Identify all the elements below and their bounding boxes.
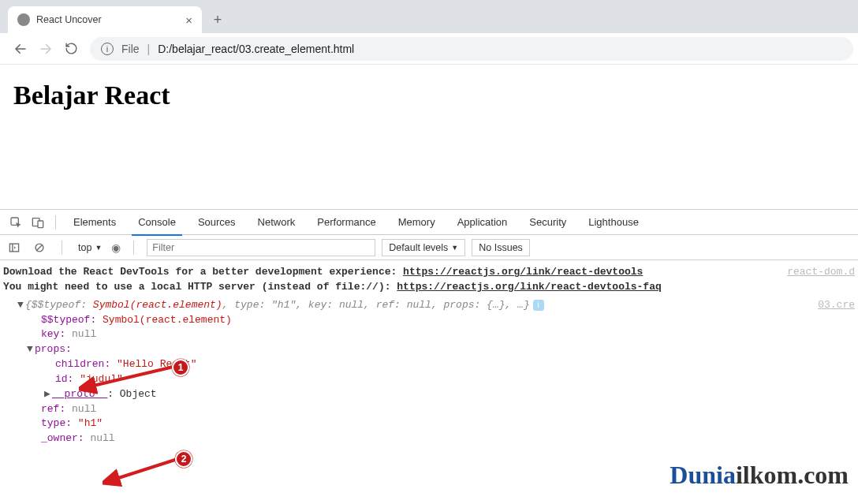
tab-console[interactable]: Console bbox=[127, 210, 187, 235]
chevron-down-icon[interactable]: ▼ bbox=[27, 342, 35, 357]
tab-performance[interactable]: Performance bbox=[306, 210, 386, 235]
annotation-arrow bbox=[79, 355, 181, 394]
object-row[interactable]: ▼{$$typeof: Symbol(react.element), type:… bbox=[3, 298, 855, 313]
tab-title: React Uncover bbox=[36, 14, 179, 25]
svg-line-10 bbox=[90, 367, 173, 386]
browser-tab-strip: React Uncover × + bbox=[0, 0, 858, 33]
console-row[interactable]: Download the React DevTools for a better… bbox=[3, 265, 855, 280]
tab-lighthouse[interactable]: Lighthouse bbox=[577, 210, 650, 235]
info-badge-icon[interactable]: i bbox=[533, 300, 544, 311]
context-selector[interactable]: top▼ bbox=[75, 242, 105, 253]
svg-line-12 bbox=[114, 459, 177, 480]
forward-button[interactable] bbox=[35, 38, 57, 60]
close-tab-icon[interactable]: × bbox=[185, 14, 192, 26]
clear-console-icon[interactable] bbox=[30, 238, 49, 257]
chevron-down-icon[interactable]: ▼ bbox=[17, 298, 25, 313]
devtools-panel: Elements Console Sources Network Perform… bbox=[0, 209, 858, 450]
browser-toolbar: i File | D:/belajar_react/03.create_elem… bbox=[0, 33, 858, 65]
object-property-type[interactable]: type: "h1" bbox=[3, 416, 855, 431]
tab-security[interactable]: Security bbox=[518, 210, 577, 235]
page-heading: Belajar React bbox=[13, 80, 845, 110]
url-path: D:/belajar_react/03.create_element.html bbox=[158, 43, 354, 55]
annotation-badge-2: 2 bbox=[175, 450, 192, 468]
no-issues-button[interactable]: No Issues bbox=[472, 239, 530, 256]
tab-network[interactable]: Network bbox=[247, 210, 307, 235]
url-scheme-label: File bbox=[121, 43, 140, 55]
object-property[interactable]: _owner: null bbox=[3, 431, 855, 446]
message-source[interactable]: 03.cre bbox=[818, 298, 855, 313]
object-property[interactable]: ref: null bbox=[3, 402, 855, 417]
console-filter-input[interactable] bbox=[147, 239, 375, 256]
browser-tab[interactable]: React Uncover × bbox=[8, 6, 202, 33]
react-devtools-link[interactable]: https://reactjs.org/link/react-devtools bbox=[403, 266, 643, 278]
page-content: Belajar React bbox=[0, 65, 858, 209]
tab-memory[interactable]: Memory bbox=[387, 210, 446, 235]
devtools-tabbar: Elements Console Sources Network Perform… bbox=[0, 210, 858, 235]
svg-line-8 bbox=[37, 245, 43, 250]
svg-rect-4 bbox=[38, 221, 43, 228]
console-toolbar: top▼ ◉ Default levels▼ No Issues bbox=[0, 235, 858, 260]
favicon bbox=[17, 13, 30, 26]
live-expression-icon[interactable]: ◉ bbox=[111, 241, 121, 254]
device-toggle-icon[interactable] bbox=[27, 211, 49, 233]
log-levels-selector[interactable]: Default levels▼ bbox=[382, 239, 465, 256]
console-row[interactable]: You might need to use a local HTTP serve… bbox=[3, 280, 855, 295]
chevron-right-icon[interactable]: ▶ bbox=[44, 387, 52, 402]
inspect-element-icon[interactable] bbox=[5, 211, 27, 233]
new-tab-button[interactable]: + bbox=[207, 9, 229, 31]
tab-application[interactable]: Application bbox=[446, 210, 519, 235]
object-property[interactable]: $$typeof: Symbol(react.element) bbox=[3, 313, 855, 328]
annotation-badge-1: 1 bbox=[172, 359, 189, 376]
back-button[interactable] bbox=[9, 38, 32, 60]
object-property[interactable]: key: null bbox=[3, 327, 855, 342]
address-bar[interactable]: i File | D:/belajar_react/03.create_elem… bbox=[90, 37, 853, 61]
message-source[interactable]: react-dom.d bbox=[787, 265, 855, 280]
tab-sources[interactable]: Sources bbox=[187, 210, 247, 235]
console-sidebar-toggle[interactable] bbox=[5, 238, 24, 257]
site-info-icon[interactable]: i bbox=[101, 43, 114, 55]
react-devtools-faq-link[interactable]: https://reactjs.org/link/react-devtools-… bbox=[397, 281, 661, 293]
reload-button[interactable] bbox=[60, 38, 82, 60]
url-divider: | bbox=[147, 43, 151, 55]
watermark: Duniailkom.com bbox=[670, 461, 849, 490]
tab-elements[interactable]: Elements bbox=[62, 210, 127, 235]
